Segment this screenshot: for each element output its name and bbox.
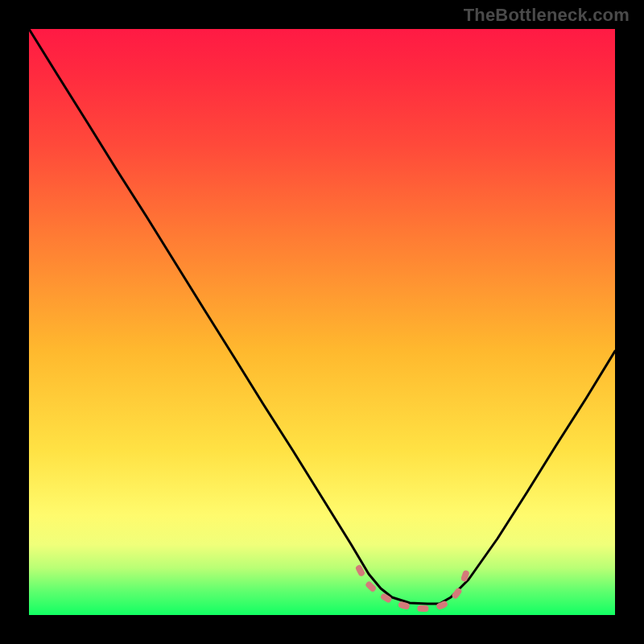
chart-stage: TheBottleneck.com #ff1a44 #12ff63	[0, 0, 644, 644]
plot-area	[29, 29, 615, 615]
gradient-bottom-color: #12ff63	[0, 0, 1, 1]
gradient-top-color: #ff1a44	[0, 0, 1, 1]
watermark-text: TheBottleneck.com	[464, 5, 630, 26]
bottleneck-curve	[29, 29, 615, 604]
curve-layer	[29, 29, 615, 615]
